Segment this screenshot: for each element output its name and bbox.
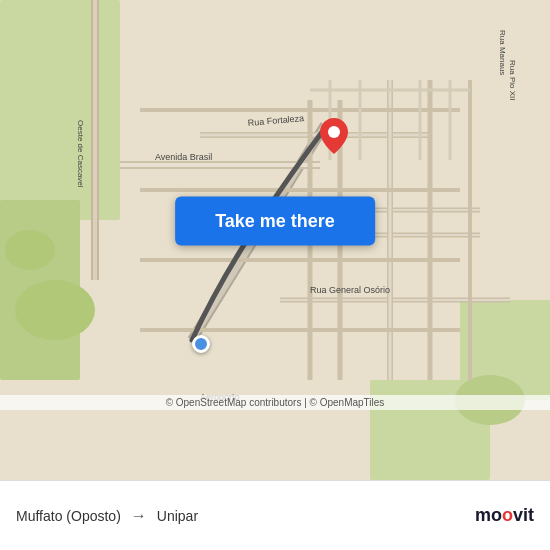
arrow-icon: → [131,507,147,525]
svg-rect-1 [0,0,120,220]
svg-text:Rua General Osório: Rua General Osório [310,285,390,295]
moovit-brand-text: moovit [475,505,534,526]
origin-label: Muffato (Oposto) [16,508,121,524]
moovit-logo: moovit [475,505,534,526]
svg-point-6 [5,230,55,270]
origin-marker [192,335,210,353]
map-attribution: © OpenStreetMap contributors | © OpenMap… [0,395,550,410]
svg-text:Oeste de Cascavel: Oeste de Cascavel [76,120,85,188]
route-info: Muffato (Oposto) → Unipar [16,507,475,525]
svg-point-45 [328,126,340,138]
destination-marker [320,118,348,158]
destination-label: Unipar [157,508,198,524]
map-container: Rua Fortaleza Avenida Brasil Rua Maranhã… [0,0,550,480]
take-me-there-button[interactable]: Take me there [175,196,375,245]
svg-text:Rua Manaus: Rua Manaus [498,30,507,75]
svg-text:Rua Pio XII: Rua Pio XII [508,60,517,100]
svg-text:Avenida Brasil: Avenida Brasil [155,152,212,162]
footer: Muffato (Oposto) → Unipar moovit [0,480,550,550]
svg-point-5 [15,280,95,340]
